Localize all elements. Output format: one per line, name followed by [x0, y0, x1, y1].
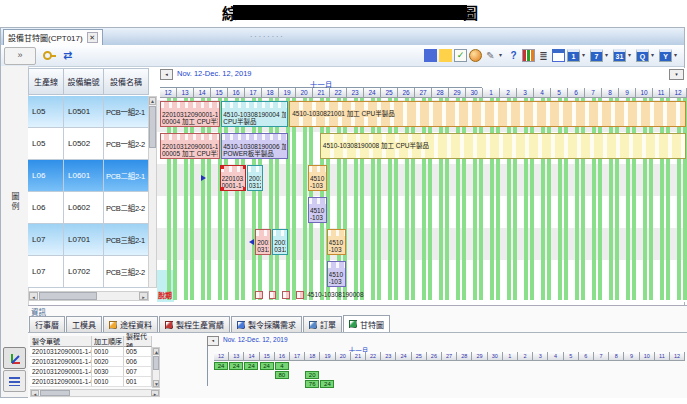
- calendar-day-icon-dropdown[interactable]: ▾: [582, 49, 588, 62]
- machine-table-hscrollbar[interactable]: ◂ ▸: [28, 291, 149, 301]
- close-icon[interactable]: ✕: [87, 32, 98, 43]
- clock-icon[interactable]: [469, 49, 482, 62]
- load-cell[interactable]: 76: [305, 380, 319, 388]
- blue-square-icon[interactable]: [424, 49, 437, 62]
- pencil-icon-dropdown[interactable]: ▾: [499, 49, 505, 62]
- markers-icon[interactable]: [522, 49, 535, 62]
- tab-order-purchase-requirements[interactable]: 製令採購需求: [231, 316, 302, 332]
- machine-table-vscrollbar[interactable]: ▲: [148, 96, 157, 288]
- scroll-right-icon[interactable]: ▸: [151, 390, 159, 396]
- axis-view-button[interactable]: [3, 347, 26, 369]
- machine-row[interactable]: L05L0501PCB一組2-1: [28, 96, 148, 128]
- tab-orders[interactable]: 訂單: [303, 316, 342, 332]
- gantt-task-bar[interactable]: [269, 291, 277, 299]
- gantt-task-bar[interactable]: 4510-103: [327, 261, 346, 287]
- bar-label: 0312: [249, 182, 261, 189]
- scroll-down-icon[interactable]: ▼: [153, 380, 159, 387]
- calendar-week-icon-dropdown[interactable]: ▾: [605, 49, 611, 62]
- list-view-button[interactable]: [3, 370, 26, 392]
- calendar-window-icon[interactable]: [552, 49, 565, 62]
- gantt-task-bar[interactable]: 4510-103: [308, 165, 327, 191]
- load-cell[interactable]: 20: [305, 371, 319, 379]
- scroll-up-icon[interactable]: ▲: [153, 348, 159, 355]
- order-row[interactable]: 22010312090001-1-00030007: [30, 367, 150, 377]
- load-cell[interactable]: 80: [275, 371, 289, 379]
- calendar-month-icon[interactable]: 31: [613, 49, 626, 62]
- calendar-week-icon[interactable]: 7: [590, 49, 603, 62]
- order-row[interactable]: 22010312090001-1-00010001: [30, 377, 150, 387]
- clipboard-check-icon[interactable]: ✓: [454, 49, 467, 62]
- gantt-task-bar[interactable]: 20010312: [255, 229, 271, 255]
- load-cell[interactable]: 24: [260, 362, 274, 370]
- tab-process-production-results[interactable]: 製程生產實績: [159, 316, 230, 332]
- tab-routing-data[interactable]: 途程資料: [103, 316, 158, 332]
- gantt-task-bar[interactable]: [296, 291, 304, 299]
- gantt-task-bar[interactable]: [255, 291, 263, 299]
- gantt-task-bar[interactable]: [282, 291, 290, 299]
- order-table-vscrollbar[interactable]: ▲ ▼: [152, 347, 160, 388]
- scroll-left-icon[interactable]: ◂: [31, 390, 39, 396]
- calendar-day-icon[interactable]: 1: [567, 49, 580, 62]
- column-header-name[interactable]: 設備名稱: [104, 68, 149, 95]
- gantt-task-bar[interactable]: 22010312090001-1-00: [220, 165, 246, 191]
- order-col-process-code[interactable]: 製程代號: [124, 336, 152, 347]
- machine-row[interactable]: L06L0602PCB二組2-2: [28, 192, 148, 224]
- order-row[interactable]: 22010312090001-1-00020006: [30, 357, 150, 367]
- calendar-quarter-icon-dropdown[interactable]: ▾: [651, 49, 657, 62]
- gantt-task-bar[interactable]: 4510-10308190008 加: [306, 291, 366, 299]
- selection-handle[interactable]: [243, 187, 246, 190]
- load-cell[interactable]: 4: [275, 362, 289, 370]
- tab-tooling[interactable]: 工模具: [66, 316, 102, 332]
- calendar-year-icon[interactable]: Y: [659, 49, 672, 62]
- gantt-task-bar[interactable]: 4510-10308190006 加工POWER板半製品: [221, 133, 288, 159]
- tab-equipment-gantt[interactable]: 設備甘特圖(CPT017) ✕: [3, 29, 103, 45]
- gantt-task-bar[interactable]: 20010312: [247, 165, 263, 191]
- scroll-left-icon[interactable]: ◂: [29, 292, 38, 300]
- vscroll-thumb[interactable]: [153, 356, 159, 370]
- load-cell[interactable]: 24: [229, 362, 243, 370]
- selection-handle[interactable]: [221, 166, 224, 169]
- scroll-up-icon[interactable]: ▲: [149, 97, 156, 105]
- machine-row[interactable]: L06L0601PCB二組2-1: [28, 160, 148, 192]
- calendar-quarter-icon[interactable]: Q: [636, 49, 649, 62]
- assign-resource-icon[interactable]: ⇄: [63, 48, 72, 63]
- column-header-line[interactable]: 生產線: [28, 68, 64, 95]
- hscroll-thumb[interactable]: [40, 390, 70, 396]
- gantt-task-bar[interactable]: 4510-1030821001 加工 CPU半製品: [289, 101, 686, 127]
- hscroll-thumb[interactable]: [39, 292, 97, 300]
- pencil-icon[interactable]: ✎: [484, 49, 497, 62]
- collapse-panel-button[interactable]: »: [4, 47, 36, 65]
- tab-gantt-chart[interactable]: 甘特圖: [343, 315, 390, 332]
- order-table-hscrollbar[interactable]: ◂ ▸: [30, 389, 160, 397]
- list-icon[interactable]: ≣: [537, 49, 550, 62]
- selection-handle[interactable]: [221, 187, 224, 190]
- order-col-sequence[interactable]: 加工順序: [92, 336, 124, 347]
- gantt-task-bar[interactable]: 4510-10308190004 加工CPU半製品: [221, 101, 288, 127]
- calendar-year-icon-dropdown[interactable]: ▾: [674, 49, 680, 62]
- gantt-task-bar[interactable]: 20010312: [272, 229, 288, 255]
- mini-day-header-cell: 11: [655, 352, 670, 361]
- calendar-month-icon-dropdown[interactable]: ▾: [628, 49, 634, 62]
- selection-handle[interactable]: [243, 166, 246, 169]
- yellow-square-icon[interactable]: [439, 49, 452, 62]
- gantt-task-bar[interactable]: 22010312090001-1-00005 加工 CPU半製品: [160, 133, 220, 159]
- gantt-task-bar[interactable]: 4510-103: [327, 229, 346, 255]
- machine-row[interactable]: L07L0702PCB三組2-2: [28, 256, 148, 288]
- tab-calendar[interactable]: 行事曆: [29, 316, 65, 332]
- vscroll-thumb[interactable]: [149, 106, 156, 148]
- key-options-icon[interactable]: [42, 48, 57, 63]
- load-cell[interactable]: 24: [320, 380, 334, 388]
- gantt-options-icon[interactable]: ▾: [669, 69, 684, 80]
- order-row[interactable]: 22010312090001-1-00010005: [30, 347, 150, 357]
- load-cell[interactable]: 24: [244, 362, 258, 370]
- gantt-task-bar[interactable]: 4510-103: [308, 197, 327, 223]
- scroll-right-icon[interactable]: ▸: [139, 292, 148, 300]
- gantt-task-bar[interactable]: 22010312090001-1-00004 加工 CPU半製品: [160, 101, 220, 127]
- help-icon[interactable]: ?: [507, 49, 520, 62]
- column-header-code[interactable]: 設備編號: [64, 68, 104, 95]
- gantt-task-bar[interactable]: 4510-10308190008 加工 CPU半製品: [320, 133, 686, 159]
- load-cell[interactable]: 24: [214, 362, 228, 370]
- order-col-work-order[interactable]: 製令單號: [30, 336, 92, 347]
- machine-row[interactable]: L07L0701PCB三組2-1: [28, 224, 148, 256]
- machine-row[interactable]: L05L0502PCB一組2-2: [28, 128, 148, 160]
